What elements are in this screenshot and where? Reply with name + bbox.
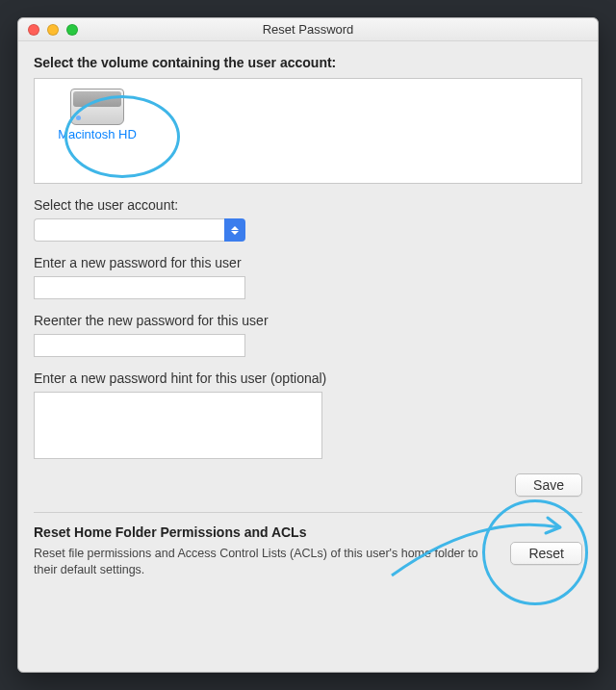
- password-hint-label: Enter a new password hint for this user …: [34, 371, 582, 386]
- traffic-lights: [18, 24, 78, 36]
- zoom-button[interactable]: [66, 24, 78, 36]
- reenter-password-label: Reenter the new password for this user: [34, 313, 582, 328]
- reenter-password-input[interactable]: [34, 334, 245, 357]
- close-button[interactable]: [28, 24, 39, 36]
- hard-drive-icon: [70, 89, 124, 125]
- new-password-label: Enter a new password for this user: [34, 255, 582, 270]
- volume-item-macintosh-hd[interactable]: Macintosh HD: [44, 89, 150, 141]
- user-select-field[interactable]: [34, 218, 224, 242]
- volume-name: Macintosh HD: [58, 127, 137, 141]
- acl-title: Reset Home Folder Permissions and ACLs: [34, 524, 495, 540]
- acl-description: Reset file permissions and Access Contro…: [34, 546, 495, 578]
- password-hint-input[interactable]: [34, 392, 322, 459]
- user-select-stepper-icon[interactable]: [224, 218, 245, 242]
- acl-section: Reset Home Folder Permissions and ACLs R…: [34, 524, 582, 578]
- save-button[interactable]: Save: [515, 473, 582, 497]
- minimize-button[interactable]: [47, 24, 59, 36]
- volume-section-label: Select the volume containing the user ac…: [34, 55, 582, 70]
- titlebar: Reset Password: [18, 18, 598, 41]
- volume-list: Macintosh HD: [34, 78, 582, 184]
- section-divider: [34, 512, 582, 513]
- reset-password-window: Reset Password Select the volume contain…: [17, 17, 599, 673]
- reset-button[interactable]: Reset: [510, 542, 582, 565]
- user-select-label: Select the user account:: [34, 197, 582, 213]
- window-title: Reset Password: [18, 22, 598, 37]
- window-content: Select the volume containing the user ac…: [18, 41, 598, 672]
- user-select[interactable]: [34, 218, 245, 242]
- new-password-input[interactable]: [34, 276, 245, 299]
